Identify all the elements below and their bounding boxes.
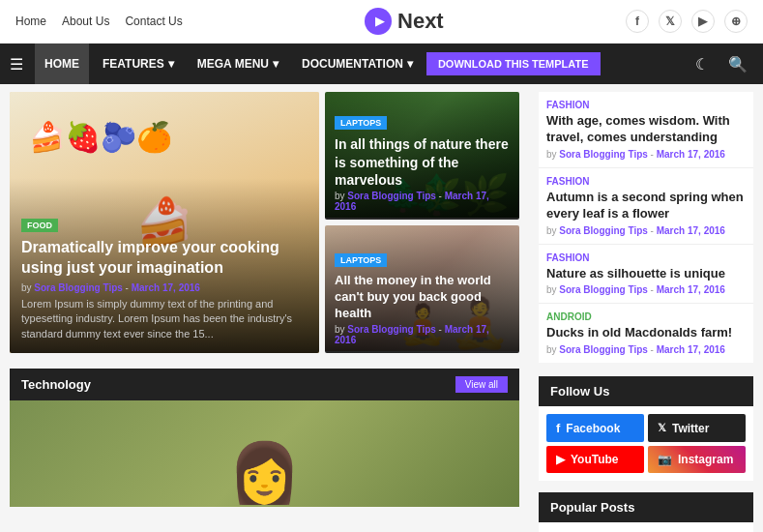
popular-posts-section: Popular Posts <box>539 492 753 532</box>
instagram-follow-button[interactable]: 📷 Instagram <box>648 446 746 473</box>
featured-secondary-top[interactable]: 🌲🌿 LAPTOPS In all things of nature there… <box>325 92 519 220</box>
featured-main-title: Dramatically improve your cooking using … <box>21 238 308 279</box>
featured-main-author: Sora Blogging Tips <box>34 282 122 293</box>
technology-section-header: Technology View all <box>10 369 519 400</box>
social-buttons-container: f Facebook 𝕏 Twitter ▶ YouTube 📷 Instagr… <box>539 406 753 481</box>
art-meta-2: by Sora Blogging Tips - March 17, 2016 <box>546 225 746 236</box>
facebook-label: Facebook <box>566 422 620 435</box>
right-article-3[interactable]: FASHION Nature as silhouette is unique b… <box>539 245 753 305</box>
instagram-icon: 📷 <box>658 453 672 466</box>
right-column: FASHION With age, comes wisdom. With tra… <box>539 92 753 532</box>
right-articles-box: FASHION With age, comes wisdom. With tra… <box>539 92 753 363</box>
cat-fashion-2: FASHION <box>546 176 746 187</box>
featured-main-excerpt: Lorem Ipsum is simply dummy text of the … <box>21 297 308 341</box>
right-article-1[interactable]: FASHION With age, comes wisdom. With tra… <box>539 92 753 168</box>
art-meta-1: by Sora Blogging Tips - March 17, 2016 <box>546 149 746 160</box>
sec-bottom-meta: by Sora Blogging Tips - March 17, 2016 <box>335 324 510 345</box>
sec-bottom-author: Sora Blogging Tips <box>347 324 435 335</box>
follow-us-header: Follow Us <box>539 376 753 406</box>
dark-mode-icon[interactable]: ☾ <box>690 55 715 74</box>
logo-icon <box>365 8 392 35</box>
art-meta-4: by Sora Blogging Tips - March 17, 2016 <box>546 344 746 355</box>
technology-title: Technology <box>21 377 91 392</box>
top-bar: Home About Us Contact Us Next f 𝕏 ▶ ⊕ <box>0 0 763 44</box>
art-title-4: Ducks in old Macdonalds farm! <box>546 325 746 341</box>
search-nav-icon[interactable]: 🔍 <box>722 55 753 74</box>
food-tag: FOOD <box>21 219 58 232</box>
technology-content: 👩 <box>10 400 519 507</box>
right-article-4[interactable]: ANDROID Ducks in old Macdonalds farm! by… <box>539 304 753 363</box>
nav-item-home[interactable]: HOME <box>35 44 89 84</box>
art-title-3: Nature as silhouette is unique <box>546 266 746 282</box>
right-article-2[interactable]: FASHION Autumn is a second spring when e… <box>539 168 753 245</box>
featured-main-meta: by Sora Blogging Tips - March 17, 2016 <box>21 282 308 293</box>
twitter-icon: 𝕏 <box>658 422 666 434</box>
facebook-icon: f <box>556 421 560 435</box>
logo[interactable]: Next <box>365 8 444 35</box>
download-template-button[interactable]: DOWNLOAD THIS TEMPLATE <box>426 52 601 75</box>
logo-text: Next <box>397 9 444 34</box>
nav-home[interactable]: Home <box>15 15 46 28</box>
nav-about[interactable]: About Us <box>62 15 109 28</box>
nav-right: ☾ 🔍 <box>690 55 753 74</box>
youtube-top-icon[interactable]: ▶ <box>691 10 715 33</box>
twitter-top-icon[interactable]: 𝕏 <box>659 10 682 33</box>
youtube-label: YouTube <box>571 453 619 466</box>
featured-main-date: March 17, 2016 <box>132 282 200 293</box>
top-social: f 𝕏 ▶ ⊕ <box>626 10 748 33</box>
featured-main-card[interactable]: 🍰 FOOD Dramatically improve your cooking… <box>10 92 319 353</box>
sec-top-title: In all things of nature there is somethi… <box>335 135 510 189</box>
sec-bottom-overlay: LAPTOPS All the money in the world can't… <box>325 225 519 353</box>
nav-item-features[interactable]: FEATURES ▾ <box>93 44 184 84</box>
art-title-1: With age, comes wisdom. With travel, com… <box>546 113 746 146</box>
cat-android-4: ANDROID <box>546 311 746 322</box>
technology-section: Technology View all 👩 <box>10 361 519 507</box>
laptops-tag-bottom: LAPTOPS <box>335 253 387 267</box>
nav-contact[interactable]: Contact Us <box>125 15 182 28</box>
featured-overlay: FOOD Dramatically improve your cooking u… <box>10 178 319 353</box>
sec-bottom-title: All the money in the world can't buy you… <box>335 273 510 322</box>
instagram-label: Instagram <box>678 453 733 466</box>
rss-top-icon[interactable]: ⊕ <box>724 10 748 33</box>
nav-item-docs[interactable]: DOCUMENTATION ▾ <box>292 44 423 84</box>
cat-fashion-3: FASHION <box>546 252 746 263</box>
twitter-label: Twitter <box>672 422 709 435</box>
featured-secondary: 🌲🌿 LAPTOPS In all things of nature there… <box>325 92 519 353</box>
youtube-icon: ▶ <box>556 453 565 466</box>
nav-bar: ☰ HOME FEATURES ▾ MEGA MENU ▾ DOCUMENTAT… <box>0 44 763 84</box>
facebook-top-icon[interactable]: f <box>626 10 649 33</box>
art-title-2: Autumn is a second spring when every lea… <box>546 190 746 222</box>
nav-item-megamenu[interactable]: MEGA MENU ▾ <box>188 44 288 84</box>
technology-image: 👩 <box>10 400 519 507</box>
cat-fashion-1: FASHION <box>546 100 746 110</box>
sec-top-overlay: LAPTOPS In all things of nature there is… <box>325 92 519 220</box>
art-meta-3: by Sora Blogging Tips - March 17, 2016 <box>546 284 746 295</box>
featured-secondary-bottom[interactable]: 🧘 LAPTOPS All the money in the world can… <box>325 225 519 353</box>
featured-grid: 🍰 FOOD Dramatically improve your cooking… <box>10 92 519 353</box>
sec-top-meta: by Sora Blogging Tips - March 17, 2016 <box>335 191 510 212</box>
youtube-follow-button[interactable]: ▶ YouTube <box>546 446 644 473</box>
laptops-tag-top: LAPTOPS <box>335 116 387 130</box>
facebook-follow-button[interactable]: f Facebook <box>546 414 644 442</box>
top-nav: Home About Us Contact Us <box>15 15 183 28</box>
hamburger-icon[interactable]: ☰ <box>10 55 23 74</box>
twitter-follow-button[interactable]: 𝕏 Twitter <box>648 414 746 442</box>
popular-posts-content <box>539 522 753 532</box>
sec-top-author: Sora Blogging Tips <box>347 191 435 201</box>
popular-posts-header: Popular Posts <box>539 492 753 522</box>
follow-us-section: Follow Us f Facebook 𝕏 Twitter ▶ YouTube… <box>539 376 753 481</box>
technology-view-all-button[interactable]: View all <box>455 376 508 393</box>
